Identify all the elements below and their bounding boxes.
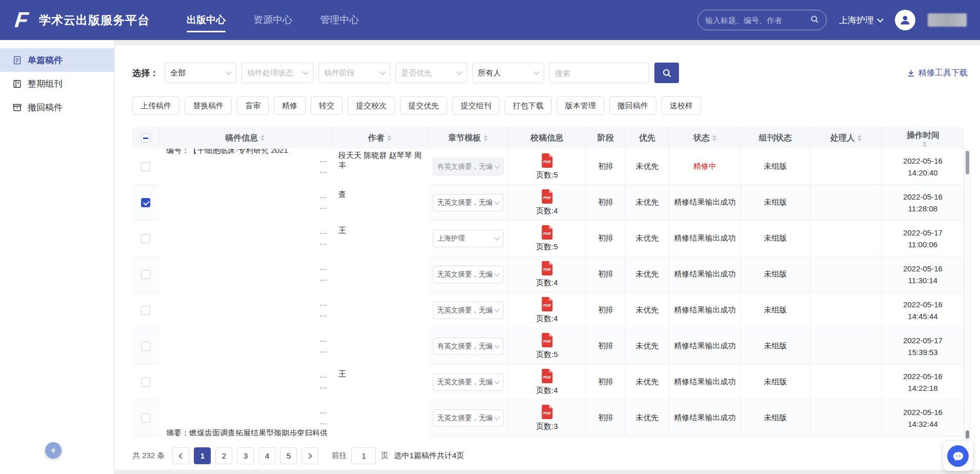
page-button-3[interactable]: 3	[237, 447, 254, 464]
table-body: 编号：【干细胞临床·专利研究 2021 …… 段天天 陈晓群 赵琴琴 周丰 有英…	[132, 149, 964, 436]
refine-tool-download-link[interactable]: 精修工具下载	[907, 68, 968, 78]
column-header-time[interactable]: 操作时间	[882, 127, 964, 149]
pdf-file-icon[interactable]: PDF	[541, 189, 553, 205]
sort-icon[interactable]	[857, 135, 862, 141]
filter-select-scope[interactable]: 全部	[165, 63, 236, 83]
chapter-template-select[interactable]: 无英文摘要，无编	[433, 266, 504, 283]
column-header-status[interactable]: 状态	[669, 127, 741, 149]
upload-manuscript-button[interactable]: 上传稿件	[132, 96, 179, 115]
sort-icon[interactable]	[387, 135, 391, 141]
row-checkbox[interactable]	[141, 306, 150, 315]
global-search-input[interactable]	[705, 16, 810, 25]
withdraw-icon	[12, 103, 22, 112]
scrollbar-bottom[interactable]	[966, 430, 969, 439]
submit-issue-button[interactable]: 提交组刊	[452, 96, 499, 115]
chevron-down-icon	[877, 16, 884, 23]
filter-search-input[interactable]	[549, 63, 649, 83]
cell-stage: 初排	[586, 256, 626, 292]
blind-review-button[interactable]: 盲审	[237, 96, 269, 115]
column-header-author[interactable]: 作者	[331, 127, 428, 149]
next-page-button[interactable]	[302, 447, 318, 464]
row-checkbox[interactable]	[141, 234, 150, 243]
submit-proof-round-button[interactable]: 提交校次	[348, 96, 395, 115]
scrollbar-thumb[interactable]	[966, 151, 969, 174]
column-header-tpl[interactable]: 章节模板	[428, 127, 508, 149]
send-proof-button[interactable]: 送校样	[662, 96, 701, 115]
stage-text: 初排	[598, 413, 613, 423]
table-scrollbar[interactable]	[964, 149, 971, 440]
transfer-button[interactable]: 转交	[311, 96, 343, 115]
filter-select-stage[interactable]: 稿件阶段	[318, 63, 390, 83]
operation-date: 2022-05-16	[903, 263, 943, 274]
chat-button[interactable]	[947, 445, 969, 467]
page-button-4[interactable]: 4	[258, 447, 275, 464]
row-checkbox[interactable]	[141, 342, 150, 351]
cell-priority: 未优先	[626, 292, 669, 328]
avatar[interactable]	[895, 10, 915, 30]
filter-select-process-status[interactable]: 稿件处理状态	[242, 63, 313, 83]
select-all-checkbox[interactable]	[141, 133, 150, 143]
pdf-file-icon[interactable]: PDF	[541, 225, 553, 241]
chapter-template-select[interactable]: 无英文摘要，无编	[433, 409, 504, 427]
status-text: 精修结果输出成功	[674, 377, 736, 387]
sidebar-item-whole-issue[interactable]: 整期组刊	[0, 72, 114, 95]
operation-time: 14:22:18	[908, 382, 937, 394]
withdraw-manuscript-button[interactable]: 撤回稿件	[609, 96, 656, 115]
sort-icon[interactable]	[923, 141, 927, 147]
chapter-template-select[interactable]: 无英文摘要，无编	[433, 194, 504, 211]
row-checkbox[interactable]	[141, 413, 150, 423]
row-checkbox[interactable]	[141, 162, 150, 171]
truncation-ellipsis: ……	[319, 262, 327, 283]
status-text: 精修中	[693, 162, 716, 171]
page-count: 页数:5	[536, 350, 558, 360]
chapter-template-select[interactable]: 有英文摘要，无编	[433, 158, 504, 175]
column-header-info[interactable]: 稿件信息	[159, 127, 331, 149]
refine-button[interactable]: 精修	[274, 96, 306, 115]
search-button[interactable]	[654, 63, 679, 83]
document-icon	[12, 55, 22, 65]
goto-page-input[interactable]	[351, 447, 376, 464]
chevron-down-icon	[226, 69, 231, 74]
sidebar-collapse-button[interactable]	[45, 442, 62, 459]
chapter-template-select[interactable]: 有英文摘要，无编	[433, 338, 504, 355]
filter-select-priority[interactable]: 是否优先	[395, 63, 467, 83]
version-manage-button[interactable]: 版本管理	[557, 96, 604, 115]
sidebar-item-label: 撤回稿件	[28, 102, 63, 113]
package-download-button[interactable]: 打包下载	[505, 96, 552, 115]
cell-proof-info: PDF 页数:4	[508, 256, 586, 292]
sort-icon[interactable]	[484, 135, 488, 141]
submit-priority-button[interactable]: 提交优先	[400, 96, 447, 115]
pdf-file-icon[interactable]: PDF	[541, 369, 553, 385]
replace-manuscript-button[interactable]: 替换稿件	[185, 96, 232, 115]
filter-select-owner[interactable]: 所有人	[472, 63, 544, 83]
page-count: 页数:4	[536, 278, 558, 288]
org-switcher[interactable]: 上海护理	[839, 14, 883, 26]
prev-page-button[interactable]	[172, 447, 189, 464]
row-checkbox[interactable]	[141, 198, 150, 207]
page-button-1[interactable]: 1	[194, 447, 211, 464]
nav-publish-center[interactable]: 出版中心	[187, 0, 226, 40]
chevron-down-icon	[494, 306, 499, 312]
pdf-file-icon[interactable]: PDF	[541, 261, 553, 277]
nav-resource-center[interactable]: 资源中心	[253, 0, 292, 40]
pdf-file-icon[interactable]: PDF	[541, 333, 553, 349]
page-button-2[interactable]: 2	[215, 447, 232, 464]
sidebar-item-single-manuscript[interactable]: 单篇稿件	[0, 48, 114, 72]
sort-icon[interactable]	[712, 135, 716, 141]
nav-admin-center[interactable]: 管理中心	[320, 0, 359, 40]
pdf-file-icon[interactable]: PDF	[541, 405, 553, 421]
column-header-handler[interactable]: 处理人	[810, 127, 882, 149]
cell-stage: 初排	[586, 328, 626, 364]
pdf-file-icon[interactable]: PDF	[541, 297, 553, 313]
chapter-template-select[interactable]: 上海护理	[433, 230, 504, 247]
sort-icon[interactable]	[261, 135, 265, 141]
page-button-5[interactable]: 5	[280, 447, 297, 464]
search-icon[interactable]	[810, 15, 819, 26]
sidebar-item-withdraw[interactable]: 撤回稿件	[0, 95, 114, 119]
chapter-template-select[interactable]: 无英文摘要，无编	[433, 373, 504, 391]
row-checkbox[interactable]	[141, 270, 150, 279]
row-checkbox[interactable]	[141, 378, 150, 387]
chapter-template-select[interactable]: 无英文摘要，无编	[433, 302, 504, 319]
cell-status: 精修结果输出成功	[669, 364, 741, 400]
pdf-file-icon[interactable]: PDF	[541, 153, 553, 169]
